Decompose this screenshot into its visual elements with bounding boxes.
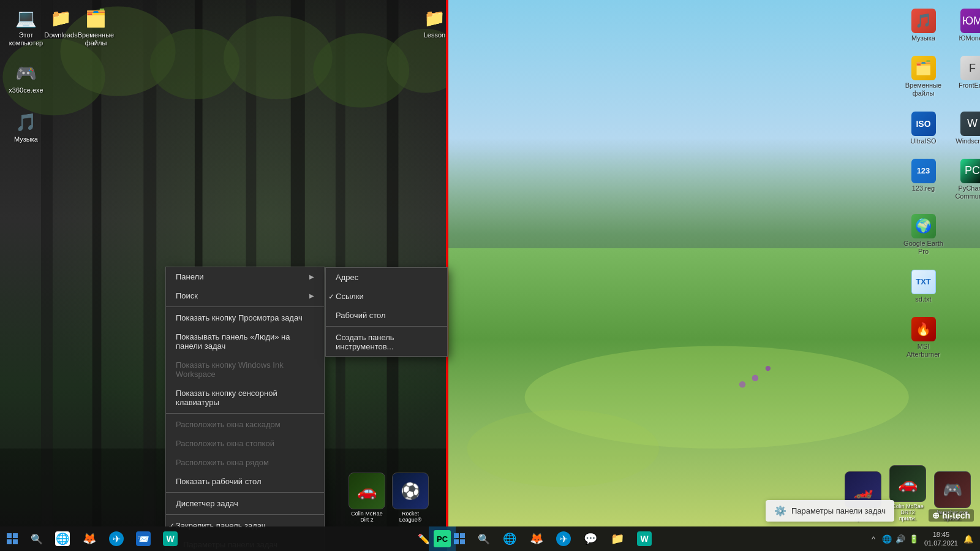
- taskbar-app-telegram-right[interactable]: ✈: [550, 526, 577, 551]
- desktop-divider: [446, 0, 448, 527]
- temp-right-icon[interactable]: 🗂️ Временные файлы: [900, 53, 946, 100]
- taskbar-app-files-right[interactable]: 📁: [604, 526, 631, 551]
- right-icons-row7: 🔥 MSI Afterburner: [900, 314, 980, 361]
- email-icon-left: 📨: [136, 531, 151, 546]
- 123reg-icon[interactable]: 123 123.reg: [900, 156, 946, 203]
- search-btn-left[interactable]: 🔍: [24, 526, 49, 551]
- taskbar-settings-tooltip[interactable]: ⚙️ Параметры панели задач: [766, 500, 894, 522]
- x360ce-label: x360ce.exe: [4, 86, 48, 94]
- telegram-icon-left: ✈: [109, 531, 124, 546]
- yomoney-icon[interactable]: ЮМ ЮMoney: [949, 6, 980, 45]
- tray-battery[interactable]: 🔋: [907, 526, 921, 551]
- menu-item-ink: Показать кнопку Windows Ink Workspace: [166, 355, 324, 384]
- right-icons-row2: 🗂️ Временные файлы F FrontEnd: [900, 53, 980, 100]
- yandex-icon-left: 🦊: [82, 531, 97, 546]
- right-icons-row5: 🌍 Google Earth Pro: [900, 211, 980, 258]
- menu-item-keyboard[interactable]: Показать кнопку сенсорной клавиатуры: [166, 384, 324, 412]
- msi-afterburner-icon[interactable]: 🔥 MSI Afterburner: [900, 314, 946, 361]
- search-btn-right[interactable]: 🔍: [472, 526, 496, 551]
- menu-sep-2: [166, 413, 324, 414]
- desktop-icon-lesson[interactable]: 📁 Lesson: [412, 3, 447, 42]
- rocket-league-icon[interactable]: ⚽ RocketLeague®: [390, 473, 431, 523]
- settings-gear-icon: ⚙️: [774, 505, 786, 517]
- desktop-icon-temp[interactable]: 🗂️ Временные файлы: [73, 3, 119, 50]
- hitech-watermark: ⊕ hi-tech: [929, 509, 974, 522]
- w-icon-right: W: [637, 531, 652, 546]
- hitech-logo: ⊕ hi-tech: [932, 511, 970, 520]
- taskbar-app-w-right[interactable]: W: [631, 526, 658, 551]
- rocket-league-label: RocketLeague®: [399, 511, 422, 523]
- telegram-icon-right: ✈: [556, 531, 571, 546]
- ide-icon-left: PC: [434, 530, 451, 547]
- menu-item-task-manager[interactable]: Диспетчер задач: [166, 494, 324, 513]
- svg-point-11: [224, 16, 333, 99]
- taskbar-app-chrome-left[interactable]: 🌐: [49, 526, 76, 551]
- game-icons-container: 🚗 Colin McRaeDirt 2 ⚽ RocketLeague®: [346, 473, 431, 523]
- frontend-icon[interactable]: F FrontEnd: [949, 53, 980, 100]
- taskbar: 🔍 🌐 🦊 ✈ 📨 W ✏️ PC: [0, 526, 980, 551]
- desktop-icon-x360ce[interactable]: 🎮 x360ce.exe: [3, 58, 49, 97]
- menu-item-show-desktop[interactable]: Показать рабочий стол: [166, 472, 324, 491]
- menu-item-search[interactable]: Поиск ▶: [166, 286, 324, 305]
- music-left-icon: 🎵: [14, 110, 39, 134]
- taskbar-app-email-left[interactable]: 📨: [130, 526, 157, 551]
- svg-point-18: [766, 366, 771, 371]
- taskbar-app-telegram-left[interactable]: ✈: [103, 526, 130, 551]
- start-button-left[interactable]: [0, 526, 24, 551]
- menu-item-panels[interactable]: Панели ▶ Адрес Ссылки Рабочий стол Созда…: [166, 267, 324, 286]
- colin-mcrae-icon[interactable]: 🚗 Colin McRaeDirt 2: [346, 473, 388, 523]
- submenu-separator: [326, 326, 447, 327]
- x360ce-icon: 🎮: [14, 61, 39, 85]
- tray-volume[interactable]: 🔊: [894, 526, 907, 551]
- search-icon-right: 🔍: [478, 533, 490, 545]
- sd-txt-icon[interactable]: TXT sd.txt: [900, 267, 946, 306]
- system-tray: ^ 🌐 🔊 🔋 18:45 01.07.2021 🔔: [867, 526, 980, 551]
- right-icons-row6: TXT sd.txt: [900, 267, 980, 306]
- yandex-icon-right: 🦊: [529, 531, 544, 546]
- submenu-item-desktop[interactable]: Рабочий стол: [326, 306, 447, 325]
- taskbar-ide-left[interactable]: PC: [429, 526, 456, 551]
- downloads-icon: 📁: [49, 6, 74, 30]
- menu-item-task-view[interactable]: Показать кнопку Просмотра задач: [166, 308, 324, 327]
- submenu-item-address[interactable]: Адрес: [326, 268, 447, 287]
- menu-item-people[interactable]: Показывать панель «Люди» на панели задач: [166, 327, 324, 355]
- skype-icon-right: 💬: [583, 531, 598, 546]
- music-left-label: Музыка: [4, 135, 48, 143]
- desktop-icon-music-left[interactable]: 🎵 Музыка: [3, 107, 49, 146]
- chrome-icon-left: 🌐: [55, 531, 70, 546]
- search-arrow-icon: ▶: [309, 292, 314, 299]
- tray-network[interactable]: 🌐: [880, 526, 894, 551]
- panels-arrow-icon: ▶: [309, 273, 314, 280]
- taskbar-app-chrome-right[interactable]: 🌐: [496, 526, 523, 551]
- google-earth-icon[interactable]: 🌍 Google Earth Pro: [900, 211, 946, 258]
- taskbar-app-skype-right[interactable]: 💬: [577, 526, 604, 551]
- taskbar-app-yandex-left[interactable]: 🦊: [76, 526, 103, 551]
- menu-sep-4: [166, 514, 324, 515]
- menu-sep-3: [166, 492, 324, 493]
- music-right-icon[interactable]: 🎵 Музыка: [900, 6, 946, 45]
- taskbar-app-yandex-right[interactable]: 🦊: [523, 526, 550, 551]
- temp-files-icon: 🗂️: [84, 6, 108, 30]
- tray-notification[interactable]: 🔔: [962, 526, 975, 551]
- right-icons-row1: 🎵 Музыка ЮМ ЮMoney: [900, 6, 980, 45]
- files-icon-right: 📁: [610, 531, 625, 546]
- windows-logo-left: [7, 533, 18, 544]
- submenu-item-links[interactable]: Ссылки: [326, 287, 447, 306]
- menu-item-cascade: Расположить окна каскадом: [166, 415, 324, 434]
- pycharm-icon[interactable]: PC PyCharm Communi...: [949, 156, 980, 203]
- taskbar-app-w-left[interactable]: W: [157, 526, 184, 551]
- search-icon-left: 🔍: [31, 533, 43, 545]
- tray-time: 18:45 01.07.2021: [921, 530, 962, 548]
- windscribe-icon[interactable]: W Windscribe: [949, 109, 980, 148]
- svg-point-16: [467, 410, 660, 487]
- submenu-panels: Адрес Ссылки Рабочий стол Создать панель…: [325, 267, 448, 357]
- menu-sep-1: [166, 306, 324, 307]
- temp-files-label: Временные файлы: [74, 31, 118, 47]
- svg-point-17: [752, 375, 758, 381]
- ultraiso-icon[interactable]: ISO UltraISO: [900, 109, 946, 148]
- lesson-label: Lesson: [413, 31, 448, 39]
- right-desktop-icons: 🎵 Музыка ЮМ ЮMoney 🗂️ Временные файлы: [900, 6, 980, 361]
- tray-arrow[interactable]: ^: [867, 526, 880, 551]
- right-icons-row3: ISO UltraISO W Windscribe: [900, 109, 980, 148]
- submenu-item-create-toolbar[interactable]: Создать панель инструментов...: [326, 328, 447, 356]
